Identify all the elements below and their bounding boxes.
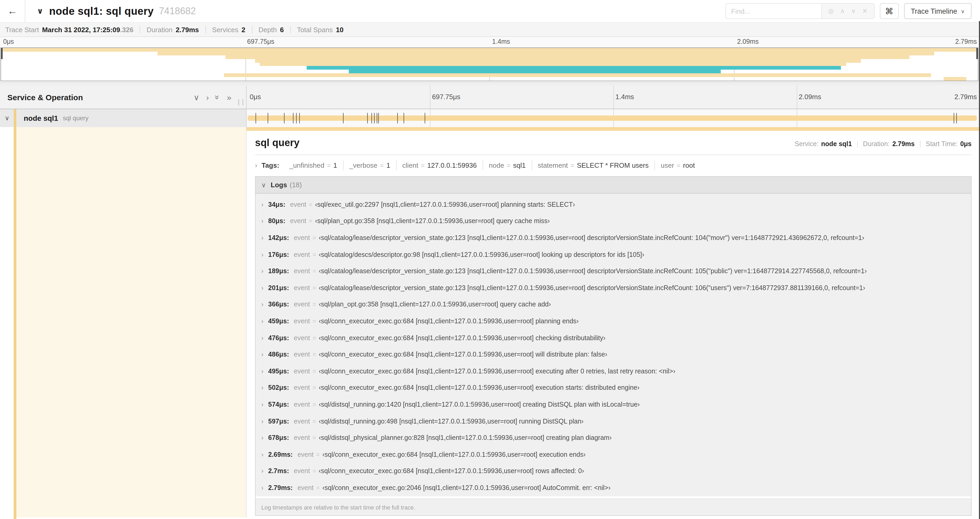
back-button[interactable]: ← (0, 0, 25, 22)
tags-row[interactable]: › Tags: _unfinished=1_verbose=1client=12… (255, 160, 972, 170)
minimap-ruler: 0μs697.75μs1.4ms2.09ms2.79ms (0, 37, 980, 48)
clear-find-icon[interactable]: ✕ (862, 7, 867, 15)
focus-match-icon[interactable]: ◎ (828, 7, 834, 15)
find-input[interactable] (725, 3, 822, 19)
page-title: node sql1: sql query (49, 5, 154, 17)
log-marker-tick[interactable] (299, 113, 300, 123)
log-entry[interactable]: ›597μs:event=‹sql/distsql_running.go:498… (256, 413, 971, 430)
log-entry[interactable]: ›486μs:event=‹sql/conn_executor_exec.go:… (256, 346, 971, 363)
trace-stats-bar: Trace StartMarch 31 2022, 17:25:09.326Du… (0, 22, 980, 37)
equals-sign: = (309, 218, 312, 224)
log-entry[interactable]: ›495μs:event=‹sql/conn_executor_exec.go:… (256, 363, 971, 380)
log-entry[interactable]: ›80μs:event=‹sql/plan_opt.go:358 [nsql1,… (256, 213, 971, 230)
tag-value: 127.0.0.1:59936 (427, 161, 477, 169)
log-entry[interactable]: ›34μs:event=‹sql/exec_util.go:2297 [nsql… (256, 196, 971, 213)
stats-separator (251, 26, 252, 33)
log-entry[interactable]: ›2.7ms:event=‹sql/conn_executor_exec.go:… (256, 463, 971, 479)
log-marker-tick[interactable] (425, 113, 425, 123)
timeline-gridline (613, 85, 614, 109)
ruler-tick-label: 0μs (250, 93, 261, 101)
log-entry[interactable]: ›502μs:event=‹sql/conn_executor_exec.go:… (256, 380, 971, 396)
ruler-tick-label: 697.75μs (432, 93, 460, 101)
log-marker-tick[interactable] (367, 113, 368, 123)
tag-pill[interactable]: _unfinished=1 (283, 160, 344, 170)
log-marker-tick[interactable] (398, 113, 398, 123)
log-entry[interactable]: ›459μs:event=‹sql/conn_executor_exec.go:… (256, 313, 971, 329)
prev-result-icon[interactable]: ∧ (840, 7, 845, 15)
tag-value: root (683, 161, 695, 169)
equals-sign: = (571, 162, 574, 169)
log-marker-tick[interactable] (293, 113, 293, 123)
tag-pill[interactable]: _verbose=1 (344, 160, 396, 170)
log-entry[interactable]: ›574μs:event=‹sql/distsql_running.go:142… (256, 396, 971, 413)
log-field-key: event (294, 401, 310, 408)
ruler-tick-label: 0μs (3, 38, 14, 45)
stat-label: Duration (147, 26, 173, 34)
log-marker-tick[interactable] (954, 113, 954, 123)
log-marker-tick[interactable] (377, 113, 377, 123)
log-marker-tick[interactable] (404, 113, 404, 123)
log-timestamp: 80μs: (268, 217, 285, 225)
span-detail-meta: Service:node sql1Duration:2.79msStart Ti… (795, 140, 972, 148)
log-entry[interactable]: ›2.69ms:event=‹sql/conn_executor_exec.go… (256, 446, 971, 463)
logs-header[interactable]: ∨ Logs (18) (256, 177, 971, 193)
span-bar-cell[interactable] (247, 109, 980, 127)
log-entry[interactable]: ›476μs:event=‹sql/conn_executor_exec.go:… (256, 330, 971, 346)
log-entry[interactable]: ›366μs:event=‹sql/plan_opt.go:358 [nsql1… (256, 296, 971, 313)
keyboard-shortcuts-button[interactable]: ⌘ (880, 3, 899, 19)
equals-sign: = (312, 251, 316, 258)
log-marker-tick[interactable] (372, 113, 372, 123)
trace-page: ← ∨ node sql1: sql query 7418682 ◎ ∧ ∨ ✕… (0, 0, 980, 519)
log-marker-tick[interactable] (956, 113, 957, 123)
log-marker-tick[interactable] (256, 113, 256, 123)
minimap-right-scrubber[interactable] (976, 48, 978, 59)
log-entry[interactable]: ›176μs:event=‹sql/catalog/descs/descript… (256, 246, 971, 263)
log-entry[interactable]: ›678μs:event=‹sql/distsql_physical_plann… (256, 430, 971, 446)
collapse-one-icon[interactable]: ∨ (194, 93, 199, 101)
tag-pill[interactable]: client=127.0.0.1:59936 (396, 160, 483, 170)
expand-one-icon[interactable]: › (206, 93, 209, 101)
log-marker-tick[interactable] (268, 113, 268, 123)
column-resizer-handle[interactable] (238, 99, 243, 105)
chevron-right-icon: › (261, 234, 263, 241)
minimap-left-scrubber[interactable] (1, 48, 3, 59)
log-field-key: event (298, 451, 313, 458)
span-row[interactable]: ∨ node sql1 sql query (0, 109, 980, 127)
trace-id: 7418682 (159, 6, 196, 17)
log-entry[interactable]: ›189μs:event=‹sql/catalog/lease/descript… (256, 263, 971, 279)
ruler-tick-label: 2.09ms (737, 38, 759, 45)
log-marker-tick[interactable] (284, 113, 285, 123)
log-marker-tick[interactable] (379, 113, 379, 123)
stat-value: 2.79ms (176, 26, 199, 34)
view-selector-button[interactable]: Trace Timeline ∨ (904, 3, 972, 19)
meta-label: Service: (795, 140, 819, 148)
tag-pill[interactable]: node=sql1 (483, 160, 532, 170)
log-entry[interactable]: ›142μs:event=‹sql/catalog/lease/descript… (256, 230, 971, 246)
timeline-gridline (797, 85, 797, 109)
log-marker-tick[interactable] (343, 113, 343, 123)
tag-pill[interactable]: statement=SELECT * FROM users (532, 160, 655, 170)
expand-all-icon[interactable]: » (227, 93, 231, 101)
log-field-key: event (294, 417, 310, 425)
tag-pill[interactable]: user=root (655, 160, 700, 170)
equals-sign: = (312, 385, 316, 391)
log-field-key: event (294, 234, 310, 241)
log-entry[interactable]: ›2.79ms:event=‹sql/conn_executor_exec.go… (256, 479, 971, 496)
chevron-right-icon: › (261, 267, 263, 275)
span-row-name-cell[interactable]: ∨ node sql1 sql query (0, 109, 247, 127)
log-timestamp: 189μs: (268, 267, 289, 275)
chevron-right-icon: › (261, 384, 263, 391)
minimap-span-bar (349, 70, 721, 73)
find-buttons: ◎ ∧ ∨ ✕ (822, 3, 874, 19)
collapse-trace-icon[interactable]: ∨ (37, 6, 43, 16)
log-marker-tick[interactable] (296, 113, 297, 123)
log-entry[interactable]: ›201μs:event=‹sql/catalog/lease/descript… (256, 279, 971, 296)
minimap-canvas[interactable] (0, 48, 978, 81)
collapse-children-icon[interactable]: ∨ (5, 115, 10, 122)
log-marker-tick[interactable] (374, 113, 375, 123)
log-field-key: event (294, 251, 310, 258)
collapse-all-icon[interactable]: » (214, 95, 222, 99)
next-result-icon[interactable]: ∨ (851, 7, 856, 15)
span-duration-bar[interactable] (248, 115, 977, 121)
scrollbar-edge[interactable] (979, 21, 980, 519)
